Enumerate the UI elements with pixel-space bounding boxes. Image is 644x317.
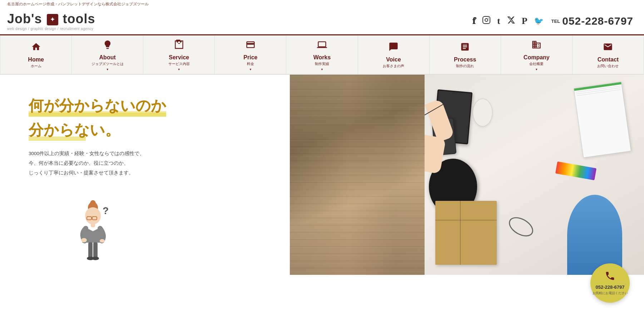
nav-home-en: Home <box>28 56 44 63</box>
tel-area: TEL 052-228-6797 <box>551 15 633 27</box>
svg-point-11 <box>81 238 87 242</box>
contact-icon <box>603 42 613 54</box>
about-icon <box>103 40 113 52</box>
instagram-icon[interactable] <box>482 16 491 26</box>
svg-rect-0 <box>483 16 490 24</box>
svg-text:?: ? <box>103 205 109 216</box>
nav-item-company[interactable]: Company 会社概要 ▼ <box>501 35 573 74</box>
nav-voice-ja: お客さまの声 <box>383 64 404 69</box>
voice-icon <box>388 42 398 54</box>
tumblr-icon[interactable]: t <box>497 16 500 26</box>
nav-works-arrow: ▼ <box>321 68 323 71</box>
nav-works-en: Works <box>313 54 331 61</box>
logo-title: Job's tools <box>7 12 95 26</box>
facebook-icon[interactable]: 𝐟 <box>472 16 476 26</box>
nav-process-en: Process <box>454 56 476 63</box>
nav-item-voice[interactable]: Voice お客さまの声 <box>358 35 430 74</box>
hero-section: 何が分からないのか 分からない。 3000件以上の実績・経験・女性ならではの感性… <box>0 75 644 275</box>
character-illustration: ? <box>70 200 116 271</box>
svg-point-5 <box>85 207 101 224</box>
nav-about-arrow: ▼ <box>106 68 109 71</box>
nav-voice-en: Voice <box>386 56 401 63</box>
hero-body-line2: 今、何が本当に必要なのか、役に立つのか、 <box>29 158 290 168</box>
nav-about-en: About <box>99 54 116 61</box>
headline-block-1: 何が分からないのか <box>29 96 290 116</box>
works-icon <box>317 40 327 52</box>
main-nav: Home ホーム About ジョブズツールとは ▼ Service サービス内… <box>0 35 644 75</box>
svg-rect-10 <box>91 224 95 227</box>
top-bar-text: 名古屋のホームページ作成・パンフレットデザインなら株式会社ジョブズツール <box>7 2 149 6</box>
hero-body-line1: 3000件以上の実績・経験・女性ならではの感性で、 <box>29 149 290 158</box>
header: Job's tools web design / graphic design … <box>0 8 644 35</box>
tel-number: 052-228-6797 <box>562 15 633 27</box>
svg-point-16 <box>92 257 99 260</box>
nav-item-about[interactable]: About ジョブズツールとは ▼ <box>72 35 143 74</box>
service-icon <box>174 40 184 52</box>
nav-price-ja: 料金 <box>247 61 254 66</box>
nav-item-home[interactable]: Home ホーム <box>0 35 72 74</box>
nav-company-en: Company <box>524 54 550 61</box>
logo-subtitle: web design / graphic design / recruitmen… <box>7 27 95 31</box>
character-area: ? <box>64 193 122 271</box>
nav-item-process[interactable]: Process 制作の流れ <box>430 35 501 74</box>
svg-rect-14 <box>93 242 98 258</box>
header-right: 𝐟 t P 🐦 TEL 052-228-6797 <box>472 15 633 27</box>
feedly-icon[interactable]: 🐦 <box>534 16 544 26</box>
svg-rect-13 <box>88 242 93 258</box>
svg-point-2 <box>488 18 489 19</box>
wood-panel <box>290 75 439 275</box>
nav-service-ja: サービス内容 <box>168 61 190 66</box>
hero-image-area <box>290 75 644 275</box>
svg-point-1 <box>485 19 488 21</box>
hero-headline2: 分からない。 <box>29 120 120 140</box>
desk-photo <box>425 75 644 275</box>
hero-headline1: 何が分からないのか <box>29 96 166 116</box>
headline-block-2: 分からない。 <box>29 118 290 140</box>
phone-icon <box>605 271 615 275</box>
pinterest-icon[interactable]: P <box>522 16 527 26</box>
nav-works-ja: 制作実績 <box>315 61 329 66</box>
logo-icon <box>47 14 58 25</box>
nav-contact-en: Contact <box>598 56 619 63</box>
nav-item-contact[interactable]: Contact お問い合わせ <box>573 35 644 74</box>
hero-body: 3000件以上の実績・経験・女性ならではの感性で、 今、何が本当に必要なのか、役… <box>29 149 290 178</box>
svg-point-4 <box>90 200 96 207</box>
nav-price-en: Price <box>243 54 257 61</box>
nav-service-arrow: ▼ <box>178 68 180 71</box>
nav-service-en: Service <box>169 54 189 61</box>
process-icon <box>460 42 470 54</box>
price-icon <box>246 40 256 52</box>
nav-home-ja: ホーム <box>31 64 41 69</box>
nav-company-arrow: ▼ <box>535 68 538 71</box>
social-icons: 𝐟 t P 🐦 <box>472 16 544 26</box>
top-bar: 名古屋のホームページ作成・パンフレットデザインなら株式会社ジョブズツール <box>0 0 644 8</box>
tel-label: TEL <box>551 19 560 24</box>
nav-about-ja: ジョブズツールとは <box>91 61 124 66</box>
nav-price-arrow: ▼ <box>249 68 252 71</box>
nav-process-ja: 制作の流れ <box>456 64 474 69</box>
nav-item-price[interactable]: Price 料金 ▼ <box>215 35 286 74</box>
home-icon <box>31 42 41 54</box>
svg-point-12 <box>100 239 105 243</box>
logo-area: Job's tools web design / graphic design … <box>7 12 95 31</box>
hero-body-line3: じっくり丁寧にお伺い・提案させて頂きます。 <box>29 168 290 178</box>
nav-item-works[interactable]: Works 制作実績 ▼ <box>286 35 358 74</box>
company-icon <box>531 40 541 52</box>
twitter-icon[interactable] <box>507 16 515 26</box>
nav-company-ja: 会社概要 <box>529 61 544 66</box>
nav-item-service[interactable]: Service サービス内容 ▼ <box>143 35 215 74</box>
nav-contact-ja: お問い合わせ <box>597 64 619 69</box>
hero-left: 何が分からないのか 分からない。 3000件以上の実績・経験・女性ならではの感性… <box>0 75 290 275</box>
